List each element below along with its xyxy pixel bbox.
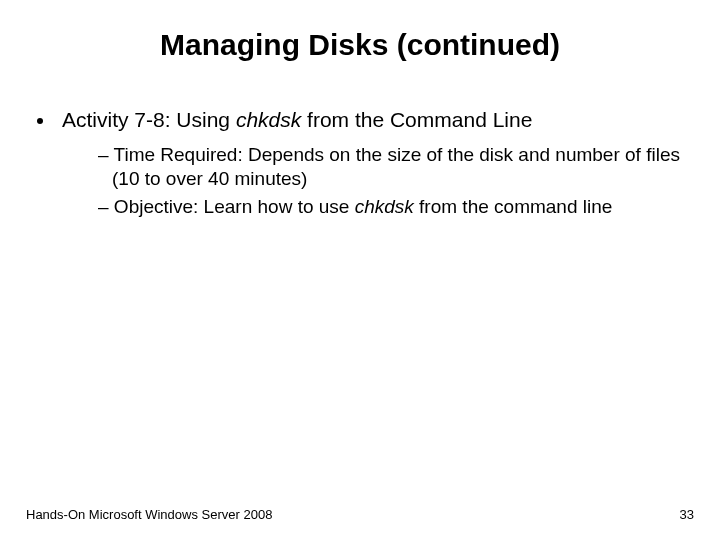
page-number: 33 [680, 507, 694, 522]
bullet-activity-post: from the Command Line [301, 108, 532, 131]
slide-body: Activity 7-8: Using chkdsk from the Comm… [0, 62, 720, 219]
subbullet-objective: Objective: Learn how to use chkdsk from … [98, 195, 694, 219]
subbullet-objective-post: from the command line [414, 196, 613, 217]
subbullet-objective-em: chkdsk [355, 196, 414, 217]
subbullet-time: Time Required: Depends on the size of th… [98, 143, 694, 191]
bullet-activity: Activity 7-8: Using chkdsk from the Comm… [56, 107, 694, 219]
bullet-activity-pre: Activity 7-8: Using [62, 108, 236, 131]
bullet-activity-em: chkdsk [236, 108, 301, 131]
subbullet-objective-pre: Objective: Learn how to use [114, 196, 355, 217]
slide-title: Managing Disks (continued) [0, 0, 720, 62]
footer-text: Hands-On Microsoft Windows Server 2008 [26, 507, 272, 522]
